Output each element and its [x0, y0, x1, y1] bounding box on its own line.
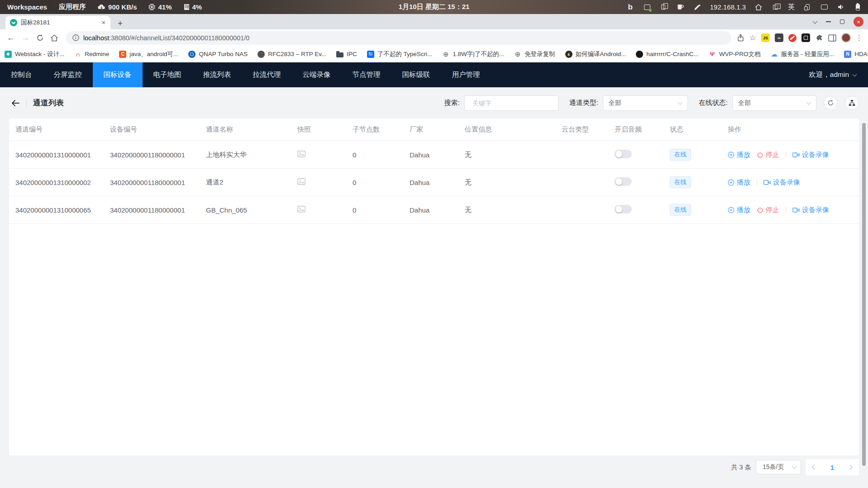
bookmark-typescript[interactable]: 了不起的 TypeScri... [367, 50, 433, 58]
bookmark-copy-free[interactable]: 免登录复制 [514, 50, 555, 58]
refresh-button[interactable] [824, 96, 838, 110]
ext-black-icon[interactable] [801, 33, 810, 42]
nav-item-gb-cascade[interactable]: 国标级联 [391, 62, 441, 87]
tree-icon [849, 99, 855, 106]
extensions-puzzle-icon[interactable] [815, 34, 823, 42]
home-button[interactable] [48, 32, 61, 44]
device-record-button[interactable]: 设备录像 [792, 206, 829, 214]
bookmark-android-compile[interactable]: 如何编译Android... [565, 50, 626, 58]
bookmark-star-icon[interactable]: ☆ [749, 33, 756, 43]
back-button[interactable]: ← [5, 32, 17, 44]
snapshot-thumbnail[interactable] [297, 151, 305, 159]
wvp-icon [709, 51, 716, 58]
nav-item-pull-proxy[interactable]: 拉流代理 [242, 62, 292, 87]
site-info-icon[interactable] [72, 34, 79, 41]
display-tray-icon[interactable] [820, 3, 828, 11]
url-bar[interactable]: localhost:38080/#/channelList/3402000000… [66, 31, 731, 45]
network-speed-indicator[interactable]: 900 KB/s [98, 3, 137, 11]
ime-indicator[interactable]: 英 [788, 3, 795, 11]
stop-button[interactable]: 停止 [757, 206, 779, 214]
back-arrow-button[interactable] [9, 97, 22, 109]
bookmark-redmine[interactable]: Redmine [74, 51, 109, 58]
snapshot-thumbnail[interactable] [297, 206, 305, 214]
ext-dark-icon[interactable]: ∞ [775, 33, 783, 42]
channel-type-select[interactable]: 全部 [603, 95, 688, 111]
chevron-down-icon [806, 99, 811, 104]
url-text: localhost:38080/#/channelList/3402000000… [83, 34, 249, 42]
side-panel-icon[interactable] [828, 34, 836, 42]
screenshot-tray-icon[interactable] [643, 3, 651, 11]
browser-menu-icon[interactable]: ⋮ [856, 34, 863, 42]
audio-toggle[interactable] [615, 205, 632, 213]
cpu-indicator[interactable]: 41% [148, 3, 172, 11]
browser-tab[interactable]: 国标28181 × [5, 16, 110, 29]
tab-search-chevron-icon[interactable] [812, 19, 817, 24]
window-minimize-button[interactable] [826, 21, 831, 22]
bookmark-server[interactable]: 服务器 - 轻量应用... [770, 50, 834, 58]
nav-item-cloud-record[interactable]: 云端录像 [292, 62, 342, 87]
bookmark-folder-ipc[interactable]: IPC [336, 51, 357, 57]
tab-close-icon[interactable]: × [100, 19, 107, 26]
bookmark-18w[interactable]: 1.8W字|了不起的... [442, 50, 504, 58]
new-tab-button[interactable]: + [118, 19, 123, 28]
search-input[interactable] [472, 99, 554, 107]
play-button[interactable]: 播放 [728, 178, 750, 187]
nav-item-gb-devices[interactable]: 国标设备 [93, 62, 143, 87]
user-menu[interactable]: 欢迎，admin [809, 62, 868, 87]
play-button[interactable]: 播放 [728, 151, 750, 159]
ext-adblock-icon[interactable] [788, 34, 796, 42]
power-icon [757, 152, 763, 158]
device-record-button[interactable]: 设备录像 [792, 151, 829, 159]
share-icon[interactable] [737, 34, 744, 42]
caffeine-tray-icon[interactable] [677, 3, 685, 11]
ip-address[interactable]: 192.168.1.3 [710, 3, 746, 11]
nav-item-push-list[interactable]: 推流列表 [192, 62, 242, 87]
nav-item-split-monitor[interactable]: 分屏监控 [43, 62, 93, 87]
nav-item-map[interactable]: 电子地图 [143, 62, 192, 87]
bookmark-github[interactable]: hairrrrr/C-CrashC... [636, 51, 699, 58]
window-maximize-button[interactable] [840, 19, 844, 24]
current-page[interactable]: 1 [830, 464, 834, 471]
page-size-select[interactable]: 15条/页 [756, 460, 801, 474]
bookmark-webstack[interactable]: Webstack - 设计... [5, 50, 64, 58]
bookmark-wvp-pro[interactable]: WVP-PRO文档 [709, 50, 761, 58]
tree-view-button[interactable] [845, 96, 859, 110]
ext-js-icon[interactable]: JS [761, 33, 770, 42]
audio-toggle[interactable] [615, 150, 632, 158]
bing-tray-icon[interactable]: b [626, 3, 634, 11]
memory-indicator[interactable]: 4% [184, 3, 202, 11]
profile-avatar[interactable] [841, 33, 851, 43]
reload-button[interactable] [33, 32, 46, 44]
play-button[interactable]: 播放 [728, 206, 750, 214]
bookmark-java-android[interactable]: java、android可... [119, 50, 178, 58]
window-switcher-tray-icon[interactable] [771, 3, 779, 11]
kde-connect-tray-icon[interactable] [803, 3, 811, 11]
window-close-button[interactable]: × [854, 17, 863, 27]
stop-button[interactable]: 停止 [757, 151, 779, 159]
nav-item-node-manage[interactable]: 节点管理 [342, 62, 391, 87]
col-location: 位置信息 [458, 125, 555, 134]
applications-button[interactable]: 应用程序 [59, 3, 86, 11]
device-record-button[interactable]: 设备录像 [763, 178, 800, 187]
home-tray-icon[interactable] [754, 3, 763, 11]
bookmark-hdatmos[interactable]: HDAtmos :: 种子 *... [844, 50, 868, 58]
prev-page-button[interactable] [812, 464, 817, 469]
page-scrollbar[interactable] [862, 123, 866, 466]
audio-toggle[interactable] [615, 177, 632, 186]
online-state-select[interactable]: 全部 [732, 95, 816, 111]
workspaces-button[interactable]: Workspaces [7, 3, 47, 11]
bookmark-qnap[interactable]: QNAP Turbo NAS [188, 51, 248, 58]
forward-button[interactable]: → [19, 32, 32, 44]
clipboard-tray-icon[interactable] [660, 3, 668, 11]
clock[interactable]: 1月10日 星期二 15：21 [399, 3, 470, 11]
battery-tray-icon[interactable] [854, 3, 862, 11]
online-state-value: 全部 [738, 99, 751, 107]
volume-tray-icon[interactable] [837, 3, 845, 11]
snapshot-thumbnail[interactable] [297, 179, 305, 186]
nav-item-user-manage[interactable]: 用户管理 [441, 62, 491, 87]
color-picker-tray-icon[interactable] [693, 3, 701, 11]
bookmark-rfc2833[interactable]: RFC2833 – RTP Ev... [258, 51, 326, 58]
channel-id: 34020000001310000001 [9, 151, 104, 159]
next-page-button[interactable] [847, 464, 852, 469]
nav-item-console[interactable]: 控制台 [0, 62, 43, 87]
